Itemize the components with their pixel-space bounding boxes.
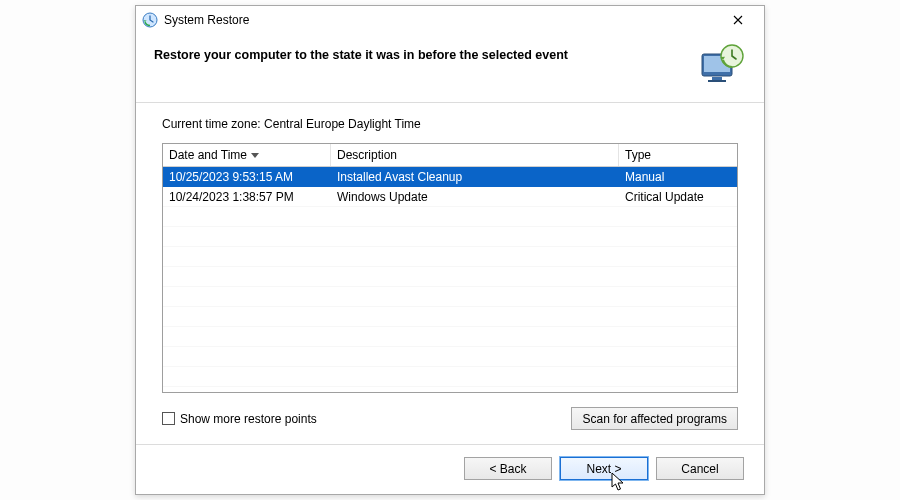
show-more-restore-points-checkbox[interactable]: Show more restore points [162,412,317,426]
table-row[interactable]: 10/24/2023 1:38:57 PM Windows Update Cri… [163,187,737,207]
checkbox-box-icon [162,412,175,425]
header-heading: Restore your computer to the state it wa… [154,44,688,62]
titlebar: System Restore [136,6,764,34]
restore-points-table[interactable]: Date and Time Description Type 10/25/202… [162,143,738,393]
timezone-label: Current time zone: Central Europe Daylig… [162,117,738,131]
svg-rect-4 [712,77,722,80]
table-row[interactable]: 10/25/2023 9:53:15 AM Installed Avast Cl… [163,167,737,187]
table-header: Date and Time Description Type [163,144,737,167]
cell-description: Windows Update [331,190,619,204]
close-button[interactable] [718,8,758,32]
footer-buttons: < Back Next > Cancel [136,444,764,494]
column-header-date[interactable]: Date and Time [163,144,331,166]
checkbox-label: Show more restore points [180,412,317,426]
cell-description: Installed Avast Cleanup [331,170,619,184]
cell-type: Critical Update [619,190,737,204]
cell-date: 10/25/2023 9:53:15 AM [163,170,331,184]
column-header-label: Date and Time [169,148,247,162]
header-band: Restore your computer to the state it wa… [136,34,764,103]
column-header-type[interactable]: Type [619,144,737,166]
scan-affected-programs-button[interactable]: Scan for affected programs [571,407,738,430]
next-button[interactable]: Next > [560,457,648,480]
sort-desc-icon [251,153,259,158]
svg-rect-5 [708,80,726,82]
column-header-label: Type [625,148,651,162]
close-icon [733,15,743,25]
body-area: Current time zone: Central Europe Daylig… [136,103,764,444]
back-button[interactable]: < Back [464,457,552,480]
cell-date: 10/24/2023 1:38:57 PM [163,190,331,204]
column-header-label: Description [337,148,397,162]
column-header-description[interactable]: Description [331,144,619,166]
restore-monitor-icon [698,44,746,88]
system-restore-window: System Restore Restore your computer to … [135,5,765,495]
system-restore-icon [142,12,158,28]
cancel-button[interactable]: Cancel [656,457,744,480]
window-title: System Restore [164,13,718,27]
cell-type: Manual [619,170,737,184]
below-grid-row: Show more restore points Scan for affect… [162,393,738,436]
table-body: 10/25/2023 9:53:15 AM Installed Avast Cl… [163,167,737,392]
